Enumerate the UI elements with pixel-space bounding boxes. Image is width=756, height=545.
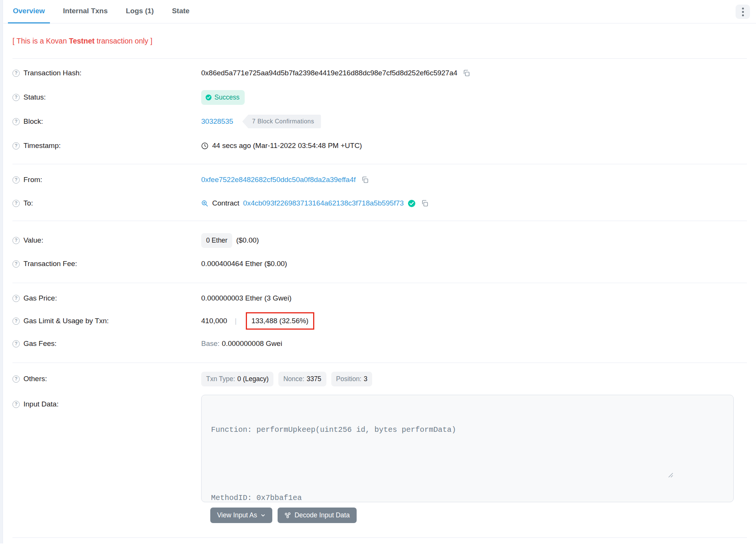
separator: | [235, 317, 237, 325]
position-badge: Position:3 [331, 372, 373, 386]
input-methodid-line: MethodID: 0x7bbaf1ea [211, 492, 724, 502]
others-label: Others: [23, 375, 47, 383]
resize-handle[interactable] [668, 450, 732, 500]
transaction-hash-label: Transaction Hash: [23, 69, 81, 77]
help-icon[interactable]: ? [12, 70, 20, 77]
timestamp-label: Timestamp: [23, 142, 61, 150]
gas-price-label: Gas Price: [23, 294, 57, 302]
value-usd: ($0.00) [236, 236, 259, 244]
kebab-icon [742, 8, 744, 9]
row-to: ? To: Contract 0x4cb093f226983713164a621… [12, 192, 747, 215]
help-icon[interactable]: ? [12, 375, 20, 383]
help-icon[interactable]: ? [12, 237, 20, 244]
help-icon[interactable]: ? [12, 318, 20, 325]
row-transaction-hash: ? Transaction Hash: 0x86ed5a771e725aa94d… [12, 61, 747, 85]
help-icon[interactable]: ? [12, 142, 20, 149]
base-fee-label: Base: [201, 339, 220, 348]
row-gas-price: ? Gas Price: 0.000000003 Ether (3 Gwei) [12, 287, 747, 310]
from-label: From: [23, 176, 42, 184]
txn-type-badge: Txn Type:0 (Legacy) [201, 372, 273, 386]
gas-usage-value: 133,488 (32.56%) [251, 317, 309, 325]
value-label: Value: [23, 236, 43, 244]
block-number-link[interactable]: 30328535 [201, 117, 233, 126]
row-status: ? Status: Success [12, 85, 747, 109]
block-confirmations-badge: 7 Block Confirmations [242, 115, 321, 128]
nonce-badge: Nonce:3375 [278, 372, 326, 386]
transaction-hash-value: 0x86ed5a771e725aa94d5b7fa2398e4419e216d8… [201, 69, 457, 77]
gas-price-value: 0.000000003 Ether (3 Gwei) [201, 294, 292, 302]
help-icon[interactable]: ? [12, 295, 20, 302]
input-data-label: Input Data: [23, 400, 59, 408]
decode-icon [284, 512, 291, 519]
transaction-fee-label: Transaction Fee: [23, 260, 77, 268]
row-transaction-fee: ? Transaction Fee: 0.000400464 Ether ($0… [12, 252, 747, 276]
row-others: ? Others: Txn Type:0 (Legacy) Nonce:3375… [12, 367, 747, 390]
gas-usage-annotation-box: 133,488 (32.56%) [246, 312, 314, 330]
tab-overview[interactable]: Overview [8, 0, 50, 23]
copy-icon[interactable] [361, 176, 369, 184]
block-label: Block: [23, 117, 43, 126]
to-label: To: [23, 199, 33, 207]
view-input-as-button[interactable]: View Input As [210, 508, 272, 523]
check-circle-icon [205, 94, 212, 101]
gas-limit-label: Gas Limit & Usage by Txn: [23, 317, 109, 325]
timestamp-value: 44 secs ago (Mar-11-2022 03:54:48 PM +UT… [212, 142, 362, 150]
gas-fees-label: Gas Fees: [23, 339, 57, 348]
base-fee-value: 0.000000008 Gwei [222, 339, 283, 348]
testnet-notice: [ This is a Kovan Testnet transaction on… [12, 37, 747, 45]
help-icon[interactable]: ? [12, 94, 20, 101]
to-contract-prefix: Contract [212, 199, 239, 207]
copy-icon[interactable] [421, 199, 428, 207]
clock-icon [201, 142, 208, 149]
tab-bar: Overview Internal Txns Logs (1) State [3, 0, 756, 23]
ether-value-badge: 0 Ether [201, 233, 232, 248]
status-badge: Success [201, 90, 245, 105]
tab-logs[interactable]: Logs (1) [121, 0, 159, 23]
input-data-textarea[interactable]: Function: performUpkeep(uint256 id, byte… [201, 395, 734, 502]
help-icon[interactable]: ? [12, 200, 20, 207]
row-gas-limit-usage: ? Gas Limit & Usage by Txn: 410,000 | 13… [12, 310, 747, 332]
help-icon[interactable]: ? [12, 401, 20, 408]
row-timestamp: ? Timestamp: 44 secs ago (Mar-11-2022 03… [12, 134, 747, 158]
to-address-link[interactable]: 0x4cb093f226983713164a62138c3f718a5b595f… [243, 199, 404, 207]
row-value: ? Value: 0 Ether ($0.00) [12, 229, 747, 252]
transaction-fee-value: 0.000400464 Ether ($0.00) [201, 260, 287, 268]
tab-state[interactable]: State [167, 0, 194, 23]
transaction-card: Overview Internal Txns Logs (1) State [ … [3, 0, 756, 543]
magnifier-plus-icon[interactable] [201, 200, 208, 207]
row-block: ? Block: 30328535 7 Block Confirmations [12, 109, 747, 134]
decode-input-data-button[interactable]: Decode Input Data [278, 508, 357, 523]
help-icon[interactable]: ? [12, 118, 20, 125]
help-icon[interactable]: ? [12, 340, 20, 347]
help-icon[interactable]: ? [12, 176, 20, 184]
gas-limit-value: 410,000 [201, 317, 227, 325]
input-function-line: Function: performUpkeep(uint256 id, byte… [211, 424, 724, 436]
help-icon[interactable]: ? [12, 260, 20, 268]
row-input-data: ? Input Data: Function: performUpkeep(ui… [12, 395, 747, 502]
page-left-edge [0, 0, 3, 543]
from-address-link[interactable]: 0xfee7522e8482682cf50ddc50a0f8da2a39effa… [201, 176, 356, 184]
tab-internal-txns[interactable]: Internal Txns [58, 0, 113, 23]
status-label: Status: [23, 93, 46, 101]
row-from: ? From: 0xfee7522e8482682cf50ddc50a0f8da… [12, 168, 747, 192]
chevron-down-icon [261, 513, 265, 518]
copy-icon[interactable] [463, 69, 470, 77]
row-gas-fees: ? Gas Fees: Base: 0.000000008 Gwei [12, 332, 747, 355]
more-options-button[interactable] [736, 5, 750, 19]
verified-check-icon [408, 199, 416, 207]
